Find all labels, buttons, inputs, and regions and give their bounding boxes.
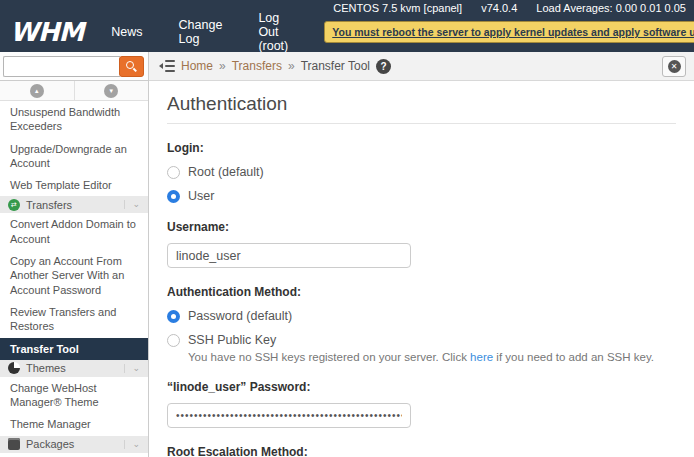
server-os-label: CENTOS 7.5 kvm [cpanel] [333, 2, 462, 14]
radio-icon[interactable] [167, 190, 180, 203]
top-bar: CENTOS 7.5 kvm [cpanel] v74.0.4 Load Ave… [0, 0, 694, 52]
nav-news[interactable]: News [111, 25, 142, 39]
radio-icon[interactable] [167, 310, 180, 323]
radio-login-root[interactable]: Root (default) [167, 165, 676, 179]
sidebar-search [0, 52, 149, 81]
sidebar-item-add-a-package[interactable]: Add a Package [0, 453, 148, 457]
package-icon [8, 438, 20, 450]
server-status-line: CENTOS 7.5 kvm [cpanel] v74.0.4 Load Ave… [0, 0, 694, 14]
note-text: if you need to add an SSH key. [493, 351, 654, 363]
section-label: Packages [26, 438, 74, 450]
main-content: Authentication Login: Root (default) Use… [149, 81, 694, 457]
sidebar-item-web-template-editor[interactable]: Web Template Editor [0, 174, 148, 196]
sidebar-item-review-transfers[interactable]: Review Transfers and Restores [0, 301, 148, 338]
sidebar-item-upgrade-downgrade[interactable]: Upgrade/Downgrade an Account [0, 138, 148, 175]
load-averages-label: Load Averages: 0.00 0.01 0.05 [536, 2, 686, 14]
chevron-down-icon[interactable]: ⌄ [124, 440, 142, 449]
sidebar: ▲ ▼ Unsuspend Bandwidth Exceeders Upgrad… [0, 81, 149, 457]
authentication-heading: Authentication [167, 93, 676, 124]
search-icon [126, 61, 134, 69]
radio-label: Root (default) [188, 165, 264, 179]
help-icon[interactable]: ? [376, 59, 391, 74]
chevron-down-icon[interactable]: ⌄ [124, 200, 142, 209]
radio-label: SSH Public Key [188, 333, 276, 347]
close-button[interactable]: ✕ [662, 56, 686, 77]
breadcrumb-separator: » [219, 59, 226, 73]
close-icon: ✕ [668, 60, 681, 73]
chevron-up-icon: ▲ [30, 84, 44, 98]
username-label: Username: [167, 220, 676, 234]
scroll-up-button[interactable]: ▲ [0, 81, 75, 100]
themes-icon [8, 362, 20, 374]
ssh-key-note: You have no SSH keys registered on your … [188, 351, 676, 363]
scroll-down-button[interactable]: ▼ [75, 81, 149, 100]
radio-auth-ssh-key[interactable]: SSH Public Key [167, 333, 676, 347]
sidebar-item-change-whm-theme[interactable]: Change WebHost Manager® Theme [0, 377, 148, 414]
note-text: You have no SSH keys registered on your … [188, 351, 470, 363]
main-nav: WHM News Change Log Log Out (root) You m… [0, 14, 694, 50]
toolbar-row: Home » Transfers » Transfer Tool ? ✕ [0, 52, 694, 81]
page-body: ▲ ▼ Unsuspend Bandwidth Exceeders Upgrad… [0, 81, 694, 457]
sidebar-section-packages[interactable]: Packages ⌄ [0, 436, 148, 453]
password-label: “linode_user” Password: [167, 380, 676, 394]
collapse-sidebar-icon[interactable] [159, 60, 175, 72]
auth-method-label: Authentication Method: [167, 285, 676, 299]
section-label: Transfers [26, 199, 72, 211]
sidebar-section-themes[interactable]: Themes ⌄ [0, 360, 148, 377]
sidebar-scroll-buttons: ▲ ▼ [0, 81, 148, 101]
radio-auth-password[interactable]: Password (default) [167, 309, 676, 323]
breadcrumb-home[interactable]: Home [181, 59, 213, 73]
radio-label: User [188, 189, 214, 203]
sidebar-item-transfer-tool[interactable]: Transfer Tool [0, 338, 148, 360]
nav-log-out[interactable]: Log Out (root) [258, 11, 288, 53]
reboot-warning-banner[interactable]: You must reboot the server to apply kern… [324, 21, 694, 43]
breadcrumb: Home » Transfers » Transfer Tool ? ✕ [149, 52, 694, 81]
radio-icon[interactable] [167, 334, 180, 347]
breadcrumb-transfers[interactable]: Transfers [232, 59, 282, 73]
chevron-down-icon: ▼ [104, 84, 118, 98]
username-field[interactable] [167, 243, 411, 268]
search-input[interactable] [3, 56, 120, 77]
radio-login-user[interactable]: User [167, 189, 676, 203]
sidebar-item-copy-account[interactable]: Copy an Account From Another Server With… [0, 250, 148, 301]
whm-logo[interactable]: WHM [10, 17, 83, 47]
search-button[interactable] [119, 56, 144, 77]
whm-version-label: v74.0.4 [481, 2, 517, 14]
login-label: Login: [167, 141, 676, 155]
nav-change-log[interactable]: Change Log [179, 18, 223, 46]
sidebar-item-unsuspend-bandwidth[interactable]: Unsuspend Bandwidth Exceeders [0, 101, 148, 138]
radio-icon[interactable] [167, 166, 180, 179]
sidebar-section-transfers[interactable]: ⇄ Transfers ⌄ [0, 196, 148, 213]
breadcrumb-separator: » [288, 59, 295, 73]
chevron-down-icon[interactable]: ⌄ [124, 364, 142, 373]
transfer-icon: ⇄ [8, 199, 20, 211]
section-label: Themes [26, 362, 66, 374]
breadcrumb-current-page: Transfer Tool [301, 59, 370, 73]
root-escalation-label: Root Escalation Method: [167, 445, 676, 457]
sidebar-item-convert-addon-domain[interactable]: Convert Addon Domain to Account [0, 213, 148, 250]
password-field[interactable] [167, 403, 411, 428]
add-ssh-key-link[interactable]: here [470, 351, 493, 363]
radio-label: Password (default) [188, 309, 292, 323]
sidebar-item-theme-manager[interactable]: Theme Manager [0, 413, 148, 435]
